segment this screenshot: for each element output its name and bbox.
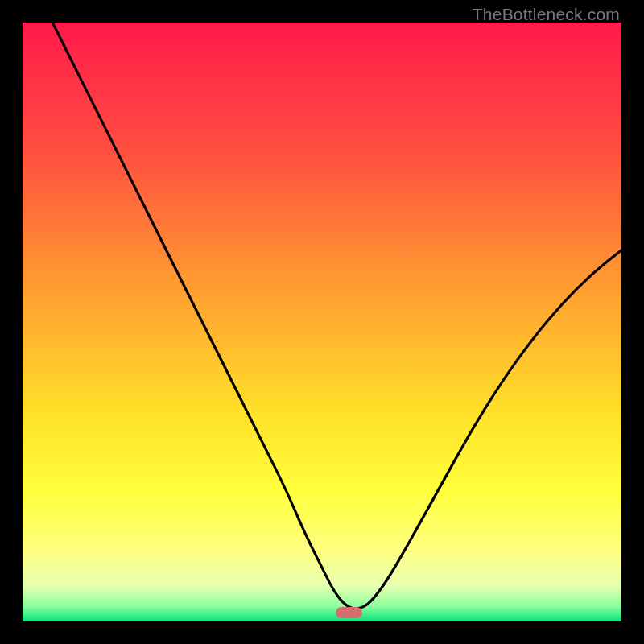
chart-frame: TheBottleneck.com — [0, 0, 644, 644]
plot-area — [23, 23, 621, 621]
optimum-marker — [336, 607, 362, 617]
curve-layer — [23, 23, 621, 621]
watermark-text: TheBottleneck.com — [473, 5, 620, 24]
bottleneck-curve — [52, 23, 621, 609]
